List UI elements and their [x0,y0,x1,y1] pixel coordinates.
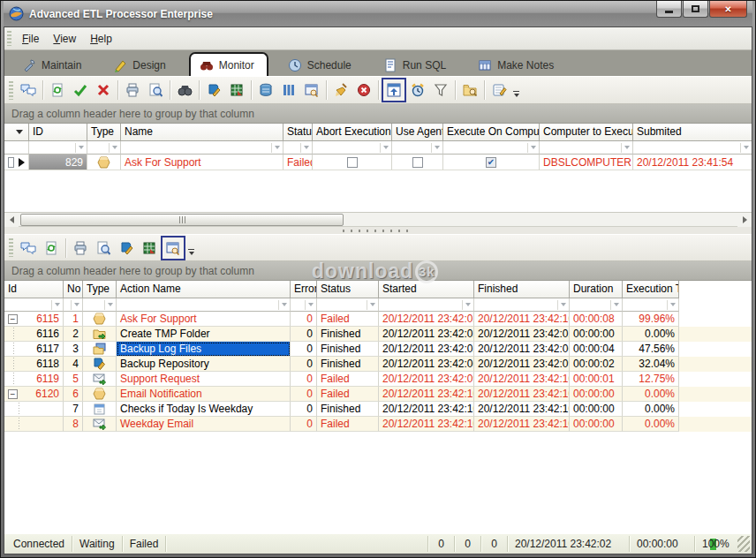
cell-no[interactable]: 3 [64,342,83,357]
log-column-header[interactable]: Started [379,281,474,298]
cell-execution-time[interactable]: 12.75% [623,372,679,387]
log-view-form-button[interactable] [161,236,185,260]
sessions-filter-cell[interactable] [87,141,121,155]
log-filter-cell[interactable] [64,298,83,312]
use-agent-checkbox[interactable] [412,157,423,168]
log-row[interactable]: 7Checks if Today Is Weekday0Finished20/1… [4,402,752,417]
cell-finished[interactable]: 20/12/2011 23:42:10 [474,402,570,417]
sessions-column-header[interactable]: Computer to Execute on [540,124,633,141]
cell-id[interactable]: 6117 [4,342,64,357]
sessions-filter-cell[interactable] [540,141,633,155]
cell-errors[interactable]: 0 [291,357,317,372]
log-filter-cell[interactable] [83,298,117,312]
top-group-band[interactable]: Drag a column header here to group by th… [4,104,752,124]
tab-design[interactable]: Design [104,55,178,76]
scrollbar-track[interactable] [19,213,737,227]
filter-dropdown-icon[interactable] [462,300,473,310]
log-messages-button[interactable] [17,237,40,260]
cell-duration[interactable]: 00:00:08 [570,312,623,327]
log-row[interactable]: 61173Backup Log Files0Finished20/12/2011… [4,342,752,357]
cell-execution-time[interactable]: 0.00% [623,327,679,342]
toolbar-grip[interactable] [9,238,13,256]
scheduler-button[interactable] [406,79,429,102]
validate-button[interactable] [69,79,92,102]
sessions-grid-empty-area[interactable] [4,170,752,213]
sessions-filter-indicator[interactable] [4,141,29,155]
menubar-grip[interactable] [7,31,11,47]
sessions-column-header[interactable]: ID [29,124,87,141]
cell-errors[interactable]: 0 [291,402,317,417]
sessions-filter-cell[interactable] [121,141,284,155]
cell-id[interactable]: 6120 [4,387,64,402]
cell-id[interactable]: 829 [29,155,87,170]
log-toolbar-overflow-button[interactable] [185,237,197,260]
log-filter-cell[interactable] [291,298,317,312]
log-row[interactable]: 8Weekday Email0Failed20/12/2011 23:42:10… [4,417,752,432]
window-resize-grip[interactable] [737,536,750,552]
filter-dropdown-icon[interactable] [431,143,442,153]
sessions-column-header[interactable]: Type [87,124,121,141]
sessions-filter-cell[interactable] [392,141,443,155]
sessions-column-header[interactable]: Submited [633,124,752,141]
log-column-header[interactable]: Action Name [117,281,291,298]
cell-duration[interactable]: 00:00:01 [570,372,623,387]
log-column-header[interactable]: Duration [570,281,623,298]
cell-duration[interactable]: 00:00:02 [570,357,623,372]
cell-execution-time[interactable]: 47.56% [623,342,679,357]
cell-execution-time[interactable]: 32.04% [623,357,679,372]
close-button[interactable]: ✕ [709,1,747,18]
cell-action[interactable]: Email Notification [117,387,291,402]
print-button[interactable] [121,79,144,102]
cell-duration[interactable]: 00:00:00 [570,387,623,402]
log-column-header[interactable]: Finished [474,281,570,298]
sessions-filter-cell[interactable] [284,141,313,155]
sessions-filter-cell[interactable] [633,141,752,155]
sessions-filter-cell[interactable] [29,141,87,155]
log-export-excel-button[interactable] [138,237,161,260]
sessions-indicator-header[interactable] [4,124,29,141]
cell-no[interactable]: 2 [64,327,83,342]
cell-started[interactable]: 20/12/2011 23:42:02 [379,327,474,342]
log-row[interactable]: 61195Support Request0Failed20/12/2011 23… [4,372,752,387]
cell-type[interactable] [83,342,117,357]
menu-help[interactable]: Help [83,30,119,48]
sessions-column-header[interactable]: Use Agent [392,124,443,141]
cell-execution-time[interactable]: 99.96% [623,312,679,327]
cell-id[interactable] [4,402,64,417]
columns-button[interactable] [277,79,300,102]
cell-status[interactable]: Failed [317,312,379,327]
title-bar[interactable]: Advanced ETL Processor Enterprise ✕ [4,1,752,26]
menu-view[interactable]: View [46,30,83,48]
cell-execution-time[interactable]: 0.00% [623,387,679,402]
cell-type[interactable] [83,417,117,432]
cell-started[interactable]: 20/12/2011 23:42:10 [379,417,474,432]
cell-finished[interactable]: 20/12/2011 23:42:09 [474,357,570,372]
filter-dropdown-icon[interactable] [621,143,632,153]
cell-action[interactable]: Backup Repository [117,357,291,372]
filter-dropdown-icon[interactable] [527,143,539,153]
log-row[interactable]: 61184Backup Repository0Finished20/12/201… [4,357,752,372]
filter-dropdown-icon[interactable] [740,143,752,153]
edit-notes-button[interactable] [488,79,510,102]
cell-errors[interactable]: 0 [291,372,317,387]
cell-type[interactable] [87,155,121,170]
sessions-filter-cell[interactable] [313,141,392,155]
log-column-header[interactable]: Errors [291,281,317,298]
log-filter-cell[interactable] [4,298,64,312]
cell-type[interactable] [83,372,117,387]
cell-no[interactable]: 6 [64,387,83,402]
cell-finished[interactable]: 20/12/2011 23:42:10 [474,372,570,387]
filter-dropdown-icon[interactable] [610,300,622,310]
cell-status[interactable]: Finished [317,327,379,342]
cell-status[interactable]: Failed [317,387,379,402]
log-print-button[interactable] [69,237,92,260]
cell-finished[interactable]: 20/12/2011 23:42:10 [474,417,570,432]
log-group-band[interactable]: Drag a column header here to group by th… [4,261,752,281]
execute-on-computer-checkbox[interactable]: ✔ [486,157,496,168]
cell-id[interactable]: 6115 [4,312,64,327]
abort-execution-checkbox[interactable] [347,157,358,168]
tab-make-notes[interactable]: Make Notes [469,55,566,76]
filter-dropdown-icon[interactable] [557,300,569,310]
filter-dropdown-icon[interactable] [278,300,290,310]
cell-action[interactable]: Checks if Today Is Weekday [117,402,291,417]
